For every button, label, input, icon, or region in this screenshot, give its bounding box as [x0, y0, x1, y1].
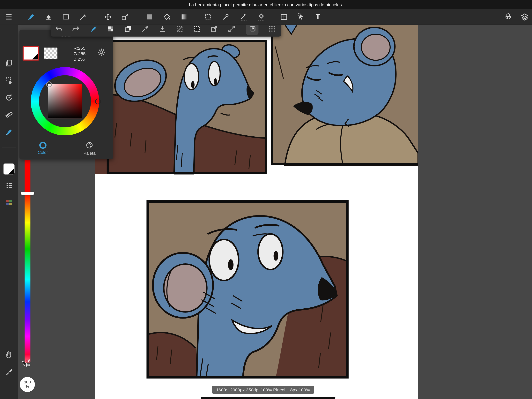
hue-slider-handle[interactable]: [21, 192, 34, 195]
transparent-color-swatch[interactable]: [44, 48, 57, 59]
layers-list-button[interactable]: [1, 178, 16, 193]
move-tool[interactable]: [101, 10, 114, 24]
tab-palette[interactable]: Paleta: [66, 139, 113, 157]
select-rectangle-tool[interactable]: [201, 10, 215, 24]
sidebar-divider: [2, 147, 16, 148]
status-bar: 1600*12000px 350dpi 103% Pincel: 18px 10…: [212, 386, 314, 394]
materials-button[interactable]: [501, 10, 515, 24]
palette-grid-button[interactable]: [1, 195, 16, 210]
hand-tool-button[interactable]: [1, 347, 16, 362]
menu-button[interactable]: [2, 10, 15, 24]
color-tab-icon: [39, 142, 46, 149]
color-settings-button[interactable]: [97, 48, 108, 58]
tab-color-label: Color: [38, 150, 48, 155]
transform-tool[interactable]: [118, 10, 132, 24]
rotate-view-button[interactable]: [1, 90, 16, 105]
color-panel: Color R:255 G:255 B:255 Color Paleta: [19, 30, 113, 159]
eraser-tool[interactable]: [41, 10, 55, 24]
comic-panel-3: [148, 201, 347, 377]
foreground-color-swatch[interactable]: [23, 46, 39, 61]
select-pen-tool[interactable]: [237, 10, 250, 24]
text-tool[interactable]: T: [311, 10, 325, 24]
comic-panel-2: [271, 25, 418, 165]
next-panel-edge: [201, 397, 336, 399]
zoom-value: 100: [24, 380, 31, 385]
ruler-button[interactable]: [1, 107, 16, 122]
palette-icon: [85, 141, 94, 149]
magic-wand-tool[interactable]: [219, 10, 233, 24]
left-sidebar: [0, 25, 18, 399]
foreground-color-button[interactable]: [1, 161, 16, 176]
divide-tool[interactable]: [277, 10, 291, 24]
zoom-unit: %: [25, 385, 29, 389]
pen-tool[interactable]: [76, 10, 90, 24]
rgb-readout: R:255 G:255 B:255: [73, 45, 85, 62]
select-eraser-tool[interactable]: [254, 10, 268, 24]
main-toolbar: T: [0, 9, 532, 25]
select-tool-button[interactable]: [1, 73, 16, 88]
zoom-badge[interactable]: 100 %: [20, 377, 35, 392]
layers-button[interactable]: [518, 10, 531, 24]
canvas[interactable]: [95, 25, 418, 399]
color-panel-tabs: Color Paleta: [19, 139, 113, 157]
rgb-b: B:255: [73, 57, 85, 62]
notification-bar: La herramienta pincel permite dibujar en…: [0, 0, 532, 9]
hue-selector[interactable]: [95, 99, 101, 104]
brush-tool[interactable]: [24, 10, 38, 24]
tab-palette-label: Paleta: [83, 151, 95, 155]
tab-color[interactable]: Color: [19, 139, 66, 157]
shape-tool[interactable]: [59, 10, 72, 24]
hue-slider[interactable]: [25, 160, 30, 363]
text-tool-glyph: T: [316, 12, 320, 21]
bucket-tool[interactable]: [160, 10, 173, 24]
comic-panel-1: [95, 40, 266, 174]
eyedropper-tool-button[interactable]: [1, 365, 16, 380]
notification-text: La herramienta pincel permite dibujar en…: [189, 2, 343, 7]
app-window: 1600*12000px 350dpi 103% Pincel: 18px 10…: [0, 0, 532, 399]
brush-size-value: 18: [26, 359, 30, 363]
canvas-artwork: [95, 25, 418, 399]
brush-size-unit: px: [26, 363, 30, 367]
color-fill-swatch[interactable]: [142, 10, 156, 24]
pages-button[interactable]: [1, 55, 16, 70]
saturation-value-square[interactable]: [48, 84, 82, 118]
brush-size-indicator[interactable]: 18 px: [21, 358, 37, 372]
sv-selector[interactable]: [46, 81, 52, 87]
rgb-g: G:255: [73, 51, 85, 57]
select-move-tool[interactable]: [294, 10, 308, 24]
gradient-tool[interactable]: [177, 10, 191, 24]
toolbar-divider: [241, 24, 241, 34]
background-color-corner: [32, 53, 38, 60]
rgb-r: R:255: [73, 45, 85, 51]
brush-tool-active[interactable]: [1, 124, 16, 140]
